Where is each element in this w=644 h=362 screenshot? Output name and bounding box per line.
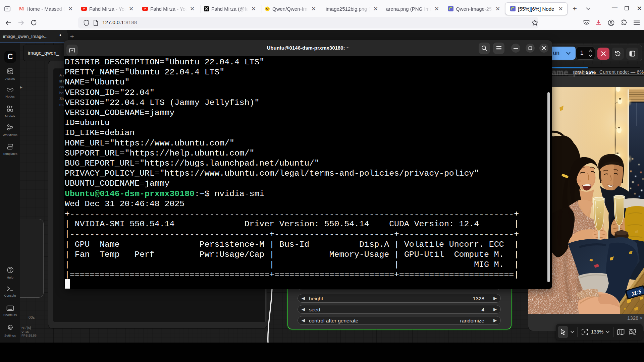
svg-text:C: C [7, 52, 13, 61]
